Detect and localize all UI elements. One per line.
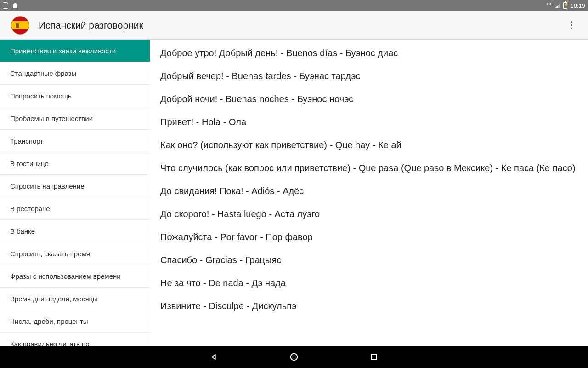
- phrase-item[interactable]: Доброе утро! Добрый день! - Buenos días …: [160, 47, 578, 59]
- phrase-item[interactable]: Не за что - De nada - Дэ нада: [160, 277, 578, 289]
- sidebar-item[interactable]: В ресторане: [0, 197, 150, 220]
- phrase-item[interactable]: Доброй ночи! - Buenas noches - Буэнос но…: [160, 93, 578, 105]
- sidebar[interactable]: Приветствия и знаки вежливостиСтандартны…: [0, 40, 150, 346]
- phrase-item[interactable]: Как оно? (используют как приветствие) - …: [160, 139, 578, 151]
- more-vert-icon: [571, 21, 572, 29]
- sidebar-item[interactable]: Как правильно читать по: [0, 333, 150, 346]
- phrase-item[interactable]: Что случилось (как вопрос или приветстви…: [160, 162, 578, 174]
- svg-rect-1: [371, 354, 377, 360]
- sidebar-item[interactable]: Спросить, сказать время: [0, 242, 150, 265]
- android-debug-icon: [12, 2, 18, 9]
- phrase-item[interactable]: До свидания! Пока! - Adiós - Адёс: [160, 185, 578, 197]
- lte-icon: LTE: [547, 2, 553, 6]
- status-right: LTE 18:19: [547, 2, 585, 9]
- navigation-bar: [0, 346, 588, 368]
- signal-icon: [555, 3, 560, 8]
- overflow-menu-button[interactable]: [562, 16, 581, 34]
- phrase-item[interactable]: Привет! - Hola - Ола: [160, 116, 578, 128]
- sidebar-item[interactable]: Приветствия и знаки вежливости: [0, 40, 150, 62]
- sidebar-item[interactable]: Попросить помощь: [0, 85, 150, 107]
- phrase-item[interactable]: Пожалуйста - Por favor - Пор фавор: [160, 231, 578, 243]
- phrase-item[interactable]: Добрый вечер! - Buenas tardes - Буэнас т…: [160, 70, 578, 82]
- sidebar-item[interactable]: Стандартные фразы: [0, 62, 150, 85]
- phrase-item[interactable]: Спасибо - Gracias - Грацыяс: [160, 254, 578, 266]
- recents-button[interactable]: [368, 351, 379, 362]
- sidebar-item[interactable]: Спросить направление: [0, 175, 150, 197]
- home-button[interactable]: [288, 351, 300, 362]
- sidebar-item[interactable]: Время дни недели, месяцы: [0, 288, 150, 310]
- app-bar: Испанский разговорник: [0, 11, 588, 40]
- content-area[interactable]: Доброе утро! Добрый день! - Buenos días …: [150, 40, 588, 346]
- sidebar-item[interactable]: В гостинице: [0, 152, 150, 175]
- spain-flag-icon: [11, 16, 29, 34]
- phrase-item[interactable]: До скорого! - Hasta luego - Аста луэго: [160, 208, 578, 220]
- status-bar: LTE 18:19: [0, 0, 588, 11]
- phrase-item[interactable]: Извините - Disculpe - Дискульпэ: [160, 300, 578, 312]
- sd-card-icon: [3, 2, 8, 9]
- status-time: 18:19: [570, 2, 585, 9]
- sidebar-item[interactable]: Проблемы в путешествии: [0, 107, 150, 130]
- status-left: [3, 2, 18, 9]
- back-button[interactable]: [209, 351, 220, 362]
- sidebar-item[interactable]: Числа, дроби, проценты: [0, 310, 150, 333]
- svg-point-0: [291, 354, 298, 361]
- app-title: Испанский разговорник: [39, 20, 562, 31]
- body: Приветствия и знаки вежливостиСтандартны…: [0, 40, 588, 346]
- sidebar-item[interactable]: Фразы с использованием времени: [0, 265, 150, 288]
- sidebar-item[interactable]: В банке: [0, 220, 150, 242]
- sidebar-item[interactable]: Транспорт: [0, 130, 150, 152]
- battery-charging-icon: [563, 2, 567, 9]
